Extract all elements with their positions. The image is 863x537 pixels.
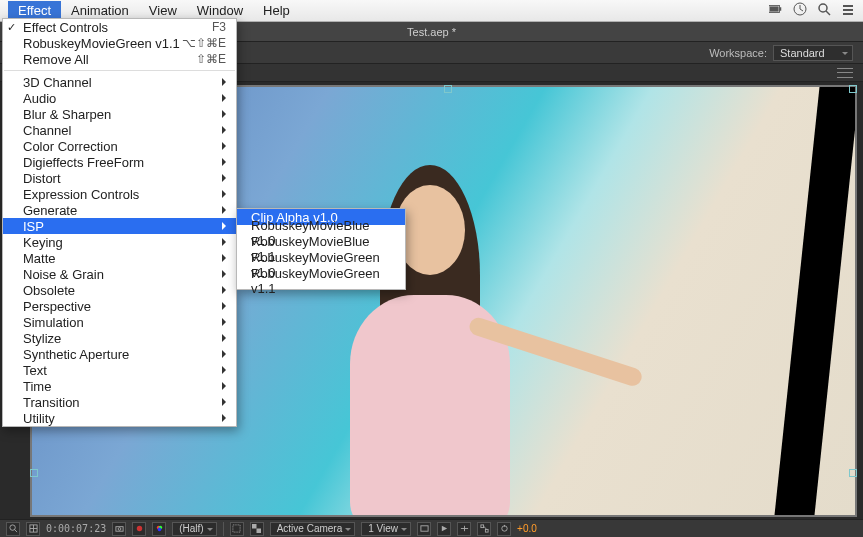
- svg-rect-21: [252, 524, 257, 529]
- panel-menu-icon[interactable]: [837, 68, 853, 78]
- menu-item-transition[interactable]: Transition: [3, 394, 236, 410]
- isp-submenu: Clip Alpha v1.0RobuskeyMovieBlue v1.0Rob…: [236, 208, 406, 290]
- menu-help[interactable]: Help: [253, 1, 300, 20]
- selection-handle[interactable]: [849, 469, 857, 477]
- timeline-icon[interactable]: [457, 522, 471, 536]
- spotlight-icon[interactable]: [817, 2, 831, 19]
- svg-rect-23: [420, 526, 427, 531]
- svg-rect-20: [233, 525, 240, 532]
- menu-item-digieffects-freeform[interactable]: Digieffects FreeForm: [3, 154, 236, 170]
- svg-rect-2: [780, 7, 782, 11]
- pixel-aspect-icon[interactable]: [417, 522, 431, 536]
- svg-rect-1: [770, 6, 779, 11]
- menu-item-expression-controls[interactable]: Expression Controls: [3, 186, 236, 202]
- camera-dropdown[interactable]: Active Camera: [270, 522, 356, 536]
- show-channel-icon[interactable]: [132, 522, 146, 536]
- svg-line-28: [483, 526, 486, 529]
- menu-item-matte[interactable]: Matte: [3, 250, 236, 266]
- menu-item-3d-channel[interactable]: 3D Channel: [3, 74, 236, 90]
- workspace-dropdown[interactable]: Standard: [773, 45, 853, 61]
- menu-separator: [4, 70, 235, 71]
- menu-item[interactable]: RobuskeyMovieGreen v1.1⌥⇧⌘E: [3, 35, 236, 51]
- menu-item-obsolete[interactable]: Obsolete: [3, 282, 236, 298]
- svg-rect-8: [843, 13, 853, 15]
- menu-item-noise-grain[interactable]: Noise & Grain: [3, 266, 236, 282]
- timecode[interactable]: 0:00:07:23: [46, 523, 106, 534]
- selection-handle[interactable]: [849, 85, 857, 93]
- menu-item-time[interactable]: Time: [3, 378, 236, 394]
- transparency-grid-icon[interactable]: [250, 522, 264, 536]
- fast-preview-icon[interactable]: [437, 522, 451, 536]
- selection-handle[interactable]: [30, 469, 38, 477]
- workspace-label: Workspace:: [709, 47, 767, 59]
- clock-icon: [793, 2, 807, 19]
- menu-item[interactable]: Remove All⇧⌘E: [3, 51, 236, 67]
- svg-point-16: [137, 526, 142, 531]
- svg-rect-7: [843, 9, 853, 11]
- svg-point-15: [118, 528, 121, 531]
- menu-item-utility[interactable]: Utility: [3, 410, 236, 426]
- magnify-icon[interactable]: [6, 522, 20, 536]
- snapshot-icon[interactable]: [112, 522, 126, 536]
- menu-item-color-correction[interactable]: Color Correction: [3, 138, 236, 154]
- menu-item-keying[interactable]: Keying: [3, 234, 236, 250]
- submenu-item[interactable]: RobuskeyMovieGreen v1.1: [237, 273, 405, 289]
- grid-icon[interactable]: [26, 522, 40, 536]
- exposure-reset-icon[interactable]: [497, 522, 511, 536]
- resolution-dropdown[interactable]: (Half): [172, 522, 216, 536]
- svg-point-4: [819, 4, 827, 12]
- svg-point-19: [157, 528, 161, 532]
- menu-item-audio[interactable]: Audio: [3, 90, 236, 106]
- svg-rect-26: [480, 525, 483, 528]
- menu-item-distort[interactable]: Distort: [3, 170, 236, 186]
- svg-rect-6: [843, 5, 853, 7]
- svg-rect-22: [257, 529, 262, 534]
- rgb-icon[interactable]: [152, 522, 166, 536]
- menu-item-perspective[interactable]: Perspective: [3, 298, 236, 314]
- views-dropdown[interactable]: 1 View: [361, 522, 411, 536]
- comp-flowchart-icon[interactable]: [477, 522, 491, 536]
- effect-dropdown-menu: ✓Effect ControlsF3RobuskeyMovieGreen v1.…: [2, 18, 237, 427]
- svg-line-10: [14, 529, 17, 532]
- battery-icon: [769, 2, 783, 19]
- document-title: Test.aep *: [407, 26, 456, 38]
- menu-item-generate[interactable]: Generate: [3, 202, 236, 218]
- svg-rect-27: [485, 529, 488, 532]
- menu-item-stylize[interactable]: Stylize: [3, 330, 236, 346]
- menu-item-isp[interactable]: ISP: [3, 218, 236, 234]
- menu-item[interactable]: ✓Effect ControlsF3: [3, 19, 236, 35]
- roi-icon[interactable]: [230, 522, 244, 536]
- menu-extra-icon[interactable]: [841, 2, 855, 19]
- viewer-footer: 0:00:07:23 (Half) Active Camera 1 View +…: [0, 519, 863, 537]
- selection-handle[interactable]: [444, 85, 452, 93]
- menu-item-simulation[interactable]: Simulation: [3, 314, 236, 330]
- menu-item-channel[interactable]: Channel: [3, 122, 236, 138]
- menu-item-text[interactable]: Text: [3, 362, 236, 378]
- menu-item-synthetic-aperture[interactable]: Synthetic Aperture: [3, 346, 236, 362]
- svg-line-5: [826, 11, 830, 15]
- exposure-value[interactable]: +0.0: [517, 523, 537, 534]
- menu-item-blur-sharpen[interactable]: Blur & Sharpen: [3, 106, 236, 122]
